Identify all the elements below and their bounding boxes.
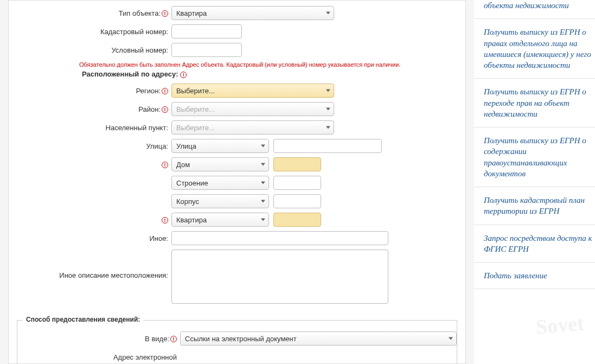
apt-type-select[interactable]: Квартира [171, 213, 269, 227]
warning-text: Обязательно должен быть заполнен Адрес о… [9, 61, 465, 68]
required-icon: ! [162, 10, 168, 17]
required-icon: ! [162, 88, 168, 94]
main-form-area: Тип объекта:! Квартира Кадастровый номер… [0, 0, 474, 364]
email-label: Адрес электронной [17, 353, 180, 361]
sidebar-item[interactable]: Запрос посредством доступа к ФГИС ЕГРН [474, 225, 595, 263]
chevron-down-icon [261, 182, 265, 184]
other-input[interactable] [171, 231, 388, 245]
required-icon: ! [162, 162, 168, 168]
region-label: Регион: [136, 87, 161, 95]
cadastral-label: Кадастровый номер: [9, 28, 171, 36]
district-label: Район: [138, 105, 161, 113]
district-select[interactable]: Выберите... [171, 102, 334, 116]
delivery-legend: Способ предоставления сведений: [23, 316, 143, 323]
format-select[interactable]: Ссылки на электронный документ [180, 331, 457, 346]
other-label: Иное: [9, 234, 171, 242]
sidebar-item[interactable]: Получить выписку из ЕГРН о переходе прав… [474, 79, 595, 127]
chevron-down-icon [261, 163, 265, 166]
format-label: В виде: [145, 335, 169, 343]
type-label: Тип объекта: [119, 9, 161, 17]
house-type-select[interactable]: Дом [171, 157, 269, 171]
street-input[interactable] [273, 139, 382, 153]
chevron-down-icon [326, 108, 330, 111]
required-icon: ! [170, 336, 177, 342]
otherdesc-textarea[interactable] [171, 250, 388, 304]
sidebar-item[interactable]: Получить кадастровый план территории из … [474, 187, 595, 225]
region-select[interactable]: Выберите... [171, 84, 334, 98]
sidebar-item[interactable]: объекта недвижимости [474, 0, 595, 19]
conditional-input[interactable] [171, 43, 242, 57]
settlement-select[interactable]: Выберите... [171, 120, 334, 135]
building-input[interactable] [273, 176, 321, 190]
required-icon: ! [180, 72, 187, 78]
conditional-label: Условный номер: [9, 46, 171, 54]
street-label: Улица: [9, 142, 171, 150]
chevron-down-icon [326, 126, 330, 129]
house-input[interactable] [273, 157, 321, 171]
street-type-select[interactable]: Улица [171, 139, 269, 153]
chevron-down-icon [326, 90, 330, 92]
sidebar-item[interactable]: Получить выписку из ЕГРН о содержании пр… [474, 127, 595, 187]
chevron-down-icon [261, 219, 265, 221]
corpus-type-select[interactable]: Корпус [171, 194, 269, 208]
chevron-down-icon [449, 337, 453, 340]
building-type-select[interactable]: Строение [171, 176, 269, 190]
sidebar-item[interactable]: Подать заявление [474, 263, 595, 289]
sidebar: объекта недвижимости Получить выписку из… [474, 0, 595, 364]
address-section-label: Расположенный по адресу: [82, 70, 178, 78]
apt-input[interactable] [273, 213, 321, 227]
sidebar-item[interactable]: Получить выписку из ЕГРН о правах отдель… [474, 19, 595, 79]
corpus-input[interactable] [273, 194, 321, 208]
object-type-select[interactable]: Квартира [171, 6, 334, 20]
chevron-down-icon [261, 145, 265, 148]
required-icon: ! [162, 217, 168, 223]
settlement-label: Населенный пункт: [9, 124, 171, 132]
cadastral-input[interactable] [171, 24, 242, 39]
chevron-down-icon [261, 200, 265, 203]
chevron-down-icon [326, 12, 330, 15]
otherdesc-label: Иное описание местоположения: [9, 250, 171, 279]
required-icon: ! [162, 106, 168, 113]
delivery-fieldset: Способ предоставления сведений: В виде:!… [17, 320, 457, 364]
